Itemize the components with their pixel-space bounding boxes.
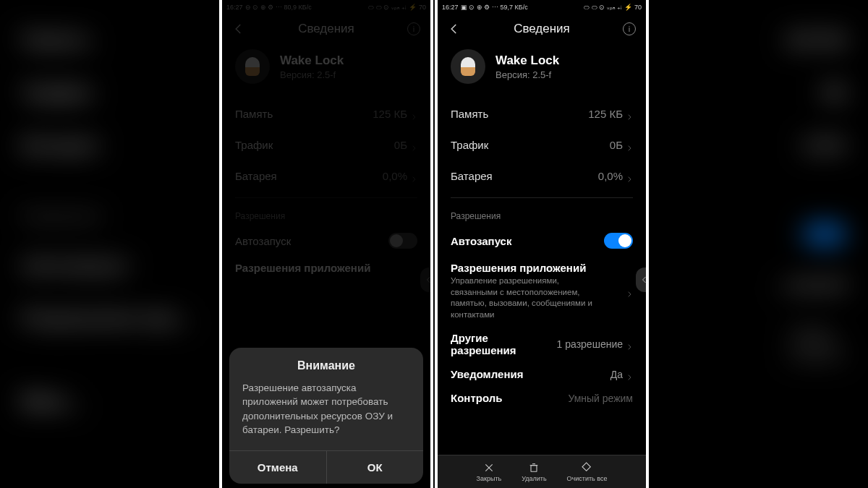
svg-rect-5 [582,463,590,471]
chevron-right-icon [626,288,633,295]
row-other-permissions[interactable]: Другие разрешения 1 разрешение [438,326,646,362]
row-battery[interactable]: Батарея 0,0% [451,160,633,192]
cancel-button[interactable]: Отмена [229,451,327,484]
traffic-label: Трафик [451,139,488,151]
memory-label: Память [451,108,488,120]
dialog-body: Разрешение автозапуска приложений может … [229,381,423,450]
dialog-title: Внимание [229,348,423,381]
status-time: 16:27 [442,4,459,11]
phone-screenshot-left: 16:27 ⊖ ⊙ ⊕ ⚙ ⋯ 80,9 КБ/с ⬭ ⬭ ⊙ ᵥₚₙ ₊ᵢ ⚡… [219,0,433,488]
clear-icon [582,462,593,474]
clear-all-button[interactable]: Очистить все [567,462,608,482]
page-title: Сведения [514,22,570,36]
phone-screenshot-right: 16:27 ▣ ⊙ ⊕ ⚙ ⋯ 59,7 КБ/с ⬭ ⬭ ⊙ ᵥₚₙ ₊ᵢ ⚡… [435,0,649,488]
chevron-right-icon [626,111,633,118]
row-memory[interactable]: Память 125 КБ [451,98,633,129]
dialog-attention: Внимание Разрешение автозапуска приложен… [229,348,423,484]
battery-label: Батарея [451,170,493,182]
row-autostart[interactable]: Автозапуск [438,226,646,256]
ok-button[interactable]: ОК [327,451,424,484]
status-bar: 16:27 ▣ ⊙ ⊕ ⚙ ⋯ 59,7 КБ/с ⬭ ⬭ ⊙ ᵥₚₙ ₊ᵢ ⚡… [438,0,646,14]
close-icon [483,462,495,474]
svg-rect-2 [531,465,537,471]
row-notifications[interactable]: Уведомления Да [438,362,646,386]
app-header: Wake Lock Версия: 2.5-f [438,46,646,98]
autostart-label: Автозапуск [451,235,511,247]
app-icon [451,49,485,84]
notifications-title: Уведомления [451,368,523,380]
other-perms-title: Другие разрешения [451,332,537,356]
app-perms-subtitle: Управление разрешениями, связанными с ме… [451,275,595,320]
recents-action-bar: Закрыть Удалить Очистить все [438,455,646,488]
control-value: Умный режим [568,393,633,404]
app-version: Версия: 2.5-f [495,69,559,80]
row-traffic[interactable]: Трафик 0Б [451,129,633,160]
app-name: Wake Lock [495,53,559,68]
delete-button[interactable]: Удалить [522,462,546,482]
section-permissions: Разрешения [438,204,646,226]
chevron-right-icon [626,341,633,348]
control-title: Контроль [451,392,502,404]
row-app-permissions[interactable]: Разрешения приложений Управление разреше… [438,256,646,326]
trash-icon [528,462,540,474]
chevron-right-icon [626,371,633,378]
app-perms-title: Разрешения приложений [451,262,595,274]
info-icon[interactable]: i [623,22,636,35]
status-battery: 70 [634,4,642,11]
other-perms-value: 1 разрешение [557,338,623,350]
chevron-right-icon [626,142,633,149]
chevron-right-icon [626,173,633,180]
side-tab[interactable] [636,267,649,292]
page-header: Сведения i [438,14,646,46]
autostart-toggle[interactable] [604,233,633,249]
back-icon[interactable] [448,22,461,35]
status-speed: 59,7 КБ/с [501,4,528,11]
close-button[interactable]: Закрыть [477,462,502,482]
notifications-value: Да [610,369,623,380]
row-control[interactable]: Контроль Умный режим [438,386,646,440]
